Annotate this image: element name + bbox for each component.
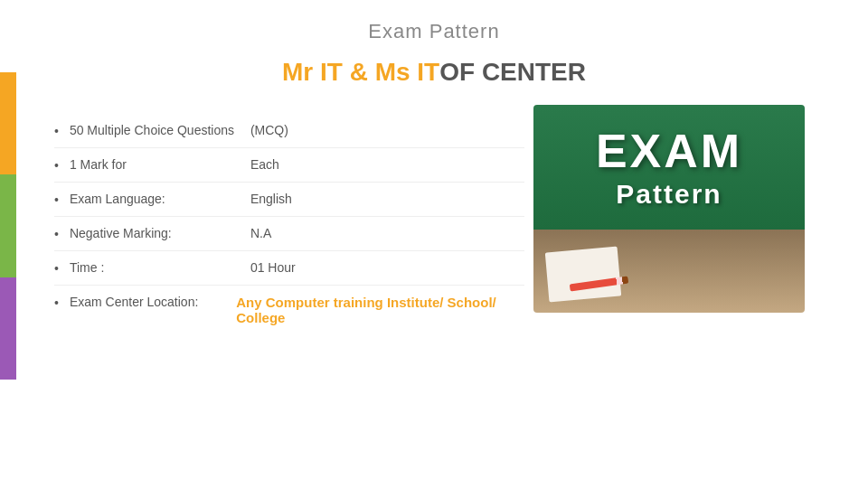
exam-row: •Time :01 Hour bbox=[54, 251, 524, 286]
bullet-icon: • bbox=[54, 158, 59, 173]
row-label: Negative Marking: bbox=[70, 226, 250, 240]
exam-image: EXAM Pattern bbox=[533, 105, 805, 313]
exam-image-inner: EXAM Pattern bbox=[533, 105, 805, 313]
row-label: 1 Mark for bbox=[70, 157, 250, 172]
bullet-icon: • bbox=[54, 227, 59, 241]
exam-row: •50 Multiple Choice Questions(MCQ) bbox=[54, 114, 524, 148]
row-value: (MCQ) bbox=[250, 123, 288, 137]
exam-row: •1 Mark forEach bbox=[54, 148, 524, 183]
row-label: Time : bbox=[70, 260, 250, 275]
bullet-icon: • bbox=[54, 261, 59, 276]
bullet-icon: • bbox=[54, 192, 59, 207]
row-label: Exam Center Location: bbox=[70, 295, 236, 309]
img-exam-text: EXAM bbox=[596, 127, 742, 174]
exam-row: •Exam Language:English bbox=[54, 183, 524, 217]
color-strip bbox=[0, 72, 16, 380]
img-pattern-text: Pattern bbox=[616, 179, 722, 210]
img-paper bbox=[545, 247, 621, 303]
subtitle-mr-it: Mr IT & Ms IT bbox=[282, 58, 439, 87]
row-value: N.A bbox=[250, 226, 271, 240]
exam-row: •Exam Center Location:Any Computer train… bbox=[54, 286, 524, 334]
bullet-icon: • bbox=[54, 124, 59, 138]
row-label: 50 Multiple Choice Questions bbox=[70, 123, 250, 137]
left-section: •50 Multiple Choice Questions(MCQ)•1 Mar… bbox=[54, 114, 524, 488]
subtitle-of-center: OF CENTER bbox=[439, 58, 586, 87]
strip-purple bbox=[0, 277, 16, 380]
row-label: Exam Language: bbox=[70, 192, 250, 206]
row-value: Each bbox=[250, 157, 279, 172]
strip-green bbox=[0, 174, 16, 277]
subtitle-bar: Mr IT & Ms IT OF CENTER bbox=[282, 58, 586, 87]
page-title: Exam Pattern bbox=[368, 20, 499, 43]
row-value: 01 Hour bbox=[250, 260, 296, 275]
strip-orange bbox=[0, 72, 16, 174]
right-section: EXAM Pattern bbox=[524, 105, 814, 488]
row-value: Any Computer training Institute/ School/… bbox=[236, 295, 524, 325]
exam-row: •Negative Marking:N.A bbox=[54, 217, 524, 251]
bullet-icon: • bbox=[54, 296, 59, 310]
content-area: •50 Multiple Choice Questions(MCQ)•1 Mar… bbox=[0, 114, 868, 488]
row-value: English bbox=[250, 192, 292, 206]
